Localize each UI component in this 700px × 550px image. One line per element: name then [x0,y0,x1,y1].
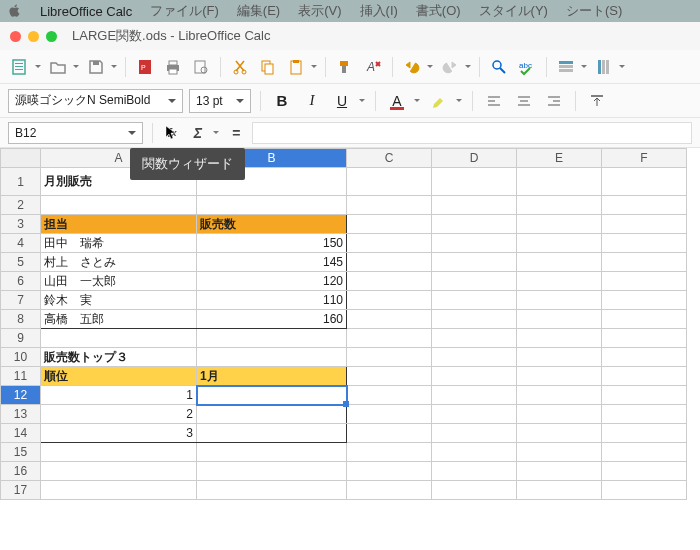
cell[interactable] [517,386,602,405]
col-header-d[interactable]: D [432,149,517,168]
cell[interactable] [517,329,602,348]
cell[interactable] [602,367,687,386]
row-header[interactable]: 11 [1,367,41,386]
cell[interactable] [432,462,517,481]
row-header[interactable]: 8 [1,310,41,329]
clear-formatting-button[interactable]: A [361,55,385,79]
cell[interactable] [517,481,602,500]
sum-dropdown[interactable] [212,129,220,137]
open-button[interactable] [46,55,70,79]
cell[interactable] [517,405,602,424]
select-all-corner[interactable] [1,149,41,168]
cell[interactable] [602,168,687,196]
find-button[interactable] [487,55,511,79]
cell[interactable] [602,253,687,272]
cell[interactable] [197,405,347,424]
row-button[interactable] [554,55,578,79]
cell[interactable] [432,196,517,215]
cell[interactable] [602,481,687,500]
minimize-window-icon[interactable] [28,31,39,42]
col-header-f[interactable]: F [602,149,687,168]
menu-view[interactable]: 表示(V) [298,2,341,20]
cell[interactable] [602,310,687,329]
cell[interactable] [197,424,347,443]
sum-button[interactable]: Σ [188,123,208,143]
column-button[interactable] [592,55,616,79]
row-header[interactable]: 5 [1,253,41,272]
highlight-button[interactable] [427,89,451,113]
cell[interactable] [347,291,432,310]
row-header[interactable]: 15 [1,443,41,462]
cell[interactable] [602,443,687,462]
cell[interactable] [517,168,602,196]
cell[interactable] [347,367,432,386]
cell[interactable]: 田中 瑞希 [41,234,197,253]
menu-edit[interactable]: 編集(E) [237,2,280,20]
cell[interactable] [197,196,347,215]
menu-format[interactable]: 書式(O) [416,2,461,20]
redo-button[interactable] [438,55,462,79]
cell[interactable] [347,168,432,196]
underline-dropdown[interactable] [358,97,366,105]
font-color-button[interactable]: A [385,89,409,113]
cell[interactable] [347,253,432,272]
cell[interactable] [602,462,687,481]
row-dropdown[interactable] [580,63,588,71]
cell[interactable]: 150 [197,234,347,253]
menu-sheet[interactable]: シート(S) [566,2,622,20]
cell[interactable] [602,348,687,367]
bold-button[interactable]: B [270,89,294,113]
align-center-button[interactable] [512,89,536,113]
align-left-button[interactable] [482,89,506,113]
print-preview-button[interactable] [189,55,213,79]
cell[interactable] [602,386,687,405]
cell[interactable] [602,405,687,424]
cell[interactable] [517,462,602,481]
menu-file[interactable]: ファイル(F) [150,2,219,20]
open-dropdown[interactable] [72,63,80,71]
column-dropdown[interactable] [618,63,626,71]
cell[interactable]: 販売数トップ３ [41,348,197,367]
cell[interactable] [432,443,517,462]
cell-selected[interactable] [197,386,347,405]
spreadsheet-grid[interactable]: A B C D E F 1月別販売 2 3担当販売数 4田中 瑞希150 5村上… [0,148,700,550]
row-header[interactable]: 13 [1,405,41,424]
row-header[interactable]: 17 [1,481,41,500]
cell[interactable] [517,234,602,253]
clone-formatting-button[interactable] [333,55,357,79]
new-document-button[interactable] [8,55,32,79]
cell[interactable] [602,329,687,348]
cell[interactable]: 120 [197,272,347,291]
italic-button[interactable]: I [300,89,324,113]
undo-dropdown[interactable] [426,63,434,71]
underline-button[interactable]: U [330,89,354,113]
row-header[interactable]: 16 [1,462,41,481]
maximize-window-icon[interactable] [46,31,57,42]
cell[interactable] [41,196,197,215]
undo-button[interactable] [400,55,424,79]
cell[interactable] [41,462,197,481]
row-header[interactable]: 4 [1,234,41,253]
font-color-dropdown[interactable] [413,97,421,105]
cell[interactable] [602,424,687,443]
cell[interactable] [602,234,687,253]
cell[interactable] [432,424,517,443]
font-size-combo[interactable]: 13 pt [189,89,251,113]
highlight-dropdown[interactable] [455,97,463,105]
cell[interactable]: 2 [41,405,197,424]
cell[interactable] [197,481,347,500]
save-button[interactable] [84,55,108,79]
cell[interactable] [347,234,432,253]
cell[interactable] [517,215,602,234]
cell[interactable]: 110 [197,291,347,310]
copy-button[interactable] [256,55,280,79]
cell[interactable] [197,329,347,348]
menubar-app-name[interactable]: LibreOffice Calc [40,4,132,19]
cell[interactable] [432,348,517,367]
redo-dropdown[interactable] [464,63,472,71]
cut-button[interactable] [228,55,252,79]
cell[interactable] [517,272,602,291]
cell[interactable] [347,215,432,234]
cell[interactable]: 1月 [197,367,347,386]
cell[interactable] [347,443,432,462]
